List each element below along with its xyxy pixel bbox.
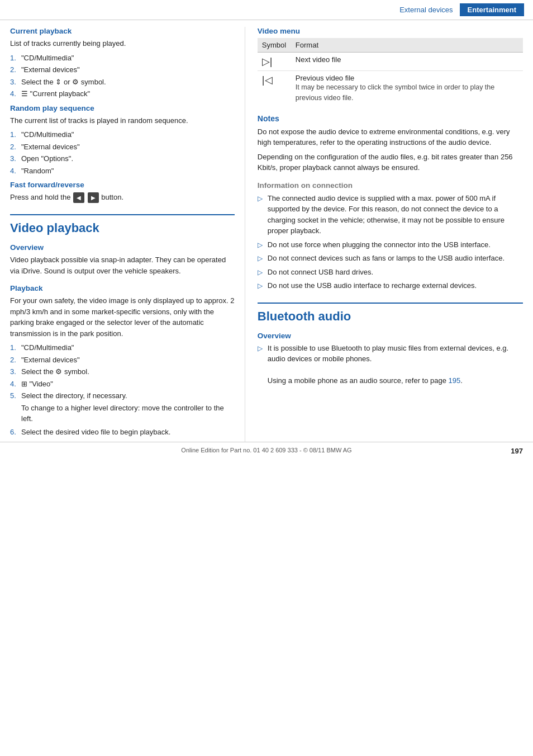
video-menu-table: Symbol Format ▷| Next video file |◁ Prev… (258, 38, 523, 106)
fast-forward-section: Fast forward/reverse Press and hold the … (10, 181, 235, 203)
current-playback-section: Current playback List of tracks currentl… (10, 27, 235, 100)
list-item: ▷ Do not connect devices such as fans or… (258, 253, 523, 264)
fast-forward-heading: Fast forward/reverse (10, 181, 235, 189)
footer-text: Online Edition for Part no. 01 40 2 609 … (181, 447, 351, 453)
list-item: 1."CD/Multimedia" (10, 342, 235, 353)
fast-forward-para: Press and hold the ◀ ▶ button. (10, 192, 235, 203)
random-play-intro: The current list of tracks is played in … (10, 115, 235, 126)
page-number: 197 (511, 447, 523, 455)
right-column: Video menu Symbol Format ▷| Next video f… (245, 27, 533, 442)
current-playback-steps: 1."CD/Multimedia" 2."External devices" 3… (10, 53, 235, 100)
current-playback-intro: List of tracks currently being played. (10, 38, 235, 49)
list-item: 4."Random" (10, 166, 235, 177)
notes-para-1: Do not expose the audio device to extrem… (258, 126, 523, 148)
bluetooth-audio-section: Bluetooth audio Overview ▷ It is possibl… (258, 303, 523, 386)
list-item: 6.Select the desired video file to begin… (10, 427, 235, 438)
info-connection-heading: Information on connection (258, 181, 523, 190)
video-playback-section: Video playback Overview Video playback p… (10, 214, 235, 437)
info-connection-list: ▷ The connected audio device is supplied… (258, 193, 523, 291)
list-item: 2."External devices" (10, 355, 235, 366)
table-col-format: Format (291, 38, 523, 53)
list-item: ▷ The connected audio device is supplied… (258, 193, 523, 237)
list-item: 5.Select the directory, if necessary. (10, 390, 235, 401)
arrow-icon: ▷ (258, 193, 268, 204)
table-col-symbol: Symbol (258, 38, 291, 53)
symbol-next: ▷| (258, 53, 291, 71)
arrow-icon: ▷ (258, 343, 268, 353)
list-item: ▷ It is possible to use Bluetooth to pla… (258, 343, 523, 386)
page-footer: Online Edition for Part no. 01 40 2 609 … (0, 442, 533, 457)
table-row: ▷| Next video file (258, 53, 523, 71)
format-next: Next video file (291, 53, 523, 71)
format-prev: Previous video file It may be necessary … (291, 71, 523, 106)
random-play-heading: Random play sequence (10, 104, 235, 112)
left-column: Current playback List of tracks currentl… (0, 27, 245, 442)
video-playback-text: For your own safety, the video image is … (10, 295, 235, 339)
notes-section: Notes Do not expose the audio device to … (258, 114, 523, 173)
video-menu-section: Video menu Symbol Format ▷| Next video f… (258, 27, 523, 106)
main-content: Current playback List of tracks currentl… (0, 21, 533, 442)
list-item: 3.Open "Options". (10, 153, 235, 164)
bluetooth-audio-heading: Bluetooth audio (258, 303, 523, 324)
list-item-sub: To change to a higher level directory: m… (10, 403, 235, 424)
list-item: ▷ Do not use the USB audio interface to … (258, 280, 523, 291)
table-row: |◁ Previous video file It may be necessa… (258, 71, 523, 106)
list-item: 2."External devices" (10, 64, 235, 75)
list-item: ▷ Do not connect USB hard drives. (258, 267, 523, 278)
list-item: 1."CD/Multimedia" (10, 129, 235, 140)
random-play-section: Random play sequence The current list of… (10, 104, 235, 177)
notes-heading: Notes (258, 114, 523, 123)
arrow-icon: ▷ (258, 267, 268, 277)
fast-forward-text: Press and hold the (10, 193, 70, 201)
header-external-devices: External devices (399, 6, 453, 14)
video-overview-heading: Overview (10, 243, 235, 252)
prev-btn-icon: ◀ (73, 192, 84, 203)
video-menu-heading: Video menu (258, 27, 523, 35)
video-overview-text: Video playback possible via snap-in adap… (10, 254, 235, 276)
list-item: 1."CD/Multimedia" (10, 53, 235, 64)
arrow-icon: ▷ (258, 253, 268, 263)
notes-para-2: Depending on the configuration of the au… (258, 152, 523, 173)
video-playback-heading: Video playback (10, 214, 235, 235)
header-entertainment: Entertainment (460, 3, 524, 16)
list-item: 3.Select the ⇕ or ⚙ symbol. (10, 77, 235, 88)
page-header: External devices Entertainment (0, 0, 533, 20)
info-connection-section: Information on connection ▷ The connecte… (258, 181, 523, 291)
random-play-steps: 1."CD/Multimedia" 2."External devices" 3… (10, 129, 235, 176)
bluetooth-overview-list: ▷ It is possible to use Bluetooth to pla… (258, 343, 523, 386)
list-item: 3.Select the ⚙ symbol. (10, 366, 235, 377)
symbol-prev: |◁ (258, 71, 291, 106)
next-btn-icon: ▶ (88, 192, 99, 203)
arrow-icon: ▷ (258, 240, 268, 250)
video-playback-steps: 1."CD/Multimedia" 2."External devices" 3… (10, 342, 235, 437)
list-item: 2."External devices" (10, 141, 235, 153)
bluetooth-overview-heading: Overview (258, 332, 523, 340)
video-playback-sub-heading: Playback (10, 284, 235, 292)
list-item: 4.☰ "Current playback" (10, 88, 235, 100)
list-item: 4.⊞ "Video" (10, 379, 235, 390)
list-item: ▷ Do not use force when plugging the con… (258, 239, 523, 251)
arrow-icon: ▷ (258, 281, 268, 291)
current-playback-heading: Current playback (10, 27, 235, 35)
